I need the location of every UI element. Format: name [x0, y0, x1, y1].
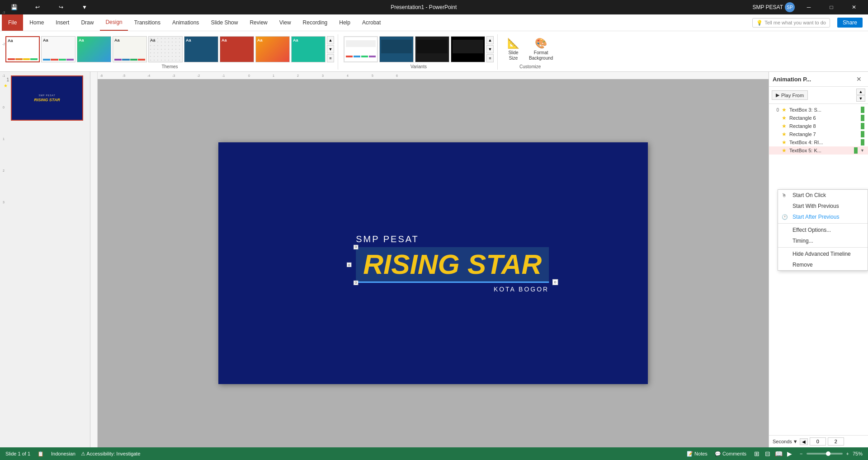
animation-panel-close[interactable]: ✕ — [854, 75, 864, 84]
theme-scroll-more[interactable]: ≡ — [327, 54, 334, 62]
tab-view[interactable]: View — [274, 14, 297, 31]
variant-scroll-more[interactable]: ≡ — [486, 54, 494, 62]
tab-design[interactable]: Design — [100, 14, 127, 31]
zoom-thumb — [826, 451, 830, 456]
anim-item-4[interactable]: ★ TextBox 4: RI... — [769, 138, 868, 146]
tab-acrobat[interactable]: Acrobat — [357, 14, 386, 31]
animation-reorder-btns: ▲ ▼ — [856, 89, 865, 102]
anim-name-3: Rectangle 7 — [789, 131, 858, 137]
rising-star-container[interactable]: 0 0 0 RISING STAR 0 — [356, 247, 549, 282]
normal-view-btn[interactable]: ⊞ — [752, 449, 762, 459]
format-bg-label: FormatBackground — [529, 50, 553, 61]
tab-draw[interactable]: Draw — [75, 14, 99, 31]
view-buttons: ⊞ ⊟ 📖 ▶ — [752, 449, 794, 459]
anim-item-0[interactable]: 0 ★ TextBox 3: S... — [769, 106, 868, 114]
thumb-smp: SMP PESAT — [38, 94, 55, 97]
undo-btn[interactable]: ↩ — [27, 0, 48, 14]
theme-3[interactable]: Aa — [77, 36, 111, 62]
close-btn[interactable]: ✕ — [844, 0, 864, 14]
variant-2[interactable] — [379, 36, 414, 62]
tab-transitions[interactable]: Transitions — [129, 14, 166, 31]
comments-btn[interactable]: 💬 Comments — [713, 450, 748, 458]
maximize-btn[interactable]: □ — [821, 0, 842, 14]
variant-4[interactable] — [451, 36, 485, 62]
handle-tl: 0 — [354, 244, 358, 249]
variant-3[interactable] — [415, 36, 449, 62]
tab-animations[interactable]: Animations — [167, 14, 204, 31]
ruler-horizontal-row: -6 -5 -4 -3 -2 -1 0 1 2 3 4 5 6 — [90, 72, 769, 79]
anim-item-1[interactable]: ★ Rectangle 6 — [769, 114, 868, 122]
slide-notes-icon[interactable]: 📋 — [36, 450, 46, 458]
seconds-dropdown-icon[interactable]: ▼ — [793, 439, 798, 444]
redo-btn[interactable]: ↪ — [51, 0, 71, 14]
variant-scroll-down[interactable]: ▼ — [486, 45, 494, 53]
zoom-in-btn[interactable]: + — [844, 450, 851, 457]
tab-insert[interactable]: Insert — [50, 14, 75, 31]
ctx-sep-2 — [778, 247, 868, 248]
variant-scroll-up[interactable]: ▲ — [486, 36, 494, 44]
share-button[interactable]: Share — [837, 18, 863, 28]
clock-icon: 🕐 — [782, 214, 788, 220]
ctx-start-on-click[interactable]: 🖱 Start On Click — [778, 190, 868, 201]
handle-br: 0 — [552, 279, 558, 285]
zoom-slider[interactable] — [807, 453, 843, 455]
theme-7[interactable]: Aa — [220, 36, 254, 62]
seconds-prev[interactable]: ◀ — [800, 438, 808, 445]
theme-6[interactable]: Aa — [184, 36, 218, 62]
play-from-button[interactable]: ▶ Play From — [772, 90, 808, 100]
animation-panel-title: Animation P... — [773, 76, 811, 83]
ctx-start-with-prev-label: Start With Previous — [793, 203, 839, 209]
tab-slideshow[interactable]: Slide Show — [205, 14, 243, 31]
slide-sorter-btn[interactable]: ⊟ — [763, 449, 773, 459]
thumb-rising: RISING STAR — [34, 98, 60, 102]
rising-star-box[interactable]: RISING STAR — [356, 247, 549, 282]
minimize-btn[interactable]: ─ — [798, 0, 819, 14]
tab-review[interactable]: Review — [244, 14, 273, 31]
zoom-controls: − + 75% — [798, 450, 863, 457]
anim-bar-4 — [861, 139, 864, 146]
statusbar: Slide 1 of 1 📋 Indonesian ⚠ Accessibilit… — [0, 447, 868, 460]
slideshow-btn[interactable]: ▶ — [784, 449, 794, 459]
theme-scroll-up[interactable]: ▲ — [327, 36, 334, 44]
svg-text:-6: -6 — [100, 74, 103, 77]
theme-9[interactable]: Aa — [291, 36, 326, 62]
slide-size-btn[interactable]: 📐 SlideSize — [503, 36, 524, 62]
ctx-remove[interactable]: Remove — [778, 259, 868, 270]
ctx-timing[interactable]: Timing... — [778, 235, 868, 246]
slide-canvas[interactable]: SMP PESAT 0 0 0 RISING STAR — [218, 142, 648, 384]
customize-btn[interactable]: ▼ — [74, 0, 95, 14]
play-from-label: Play From — [781, 93, 804, 98]
seconds-bar: Seconds ▼ ◀ — [769, 435, 868, 447]
reading-view-btn[interactable]: 📖 — [774, 449, 783, 459]
tab-help[interactable]: Help — [334, 14, 356, 31]
ctx-effect-options[interactable]: Effect Options... — [778, 225, 868, 235]
rising-star-text: RISING STAR — [363, 249, 542, 279]
anim-dropdown-5[interactable]: ▼ — [860, 148, 864, 153]
zoom-out-btn[interactable]: − — [798, 450, 804, 457]
anim-item-5[interactable]: ★ TextBox 5: K... ▼ — [769, 146, 868, 155]
notes-btn[interactable]: 📝 Notes — [685, 450, 709, 458]
ctx-start-with-prev[interactable]: Start With Previous — [778, 201, 868, 211]
anim-star-4: ★ — [782, 139, 787, 146]
tab-home[interactable]: Home — [24, 14, 49, 31]
slide-thumbnail-1[interactable]: SMP PESAT RISING STAR — [11, 75, 83, 121]
format-background-btn[interactable]: 🎨 FormatBackground — [525, 36, 557, 62]
tab-recording[interactable]: Recording — [297, 14, 333, 31]
seconds-max-input[interactable] — [828, 437, 844, 446]
seconds-input[interactable] — [810, 437, 826, 446]
variant-1[interactable] — [344, 36, 378, 62]
customize-items: 📐 SlideSize 🎨 FormatBackground — [503, 35, 557, 63]
anim-move-down[interactable]: ▼ — [856, 95, 865, 102]
tell-me-input[interactable]: 💡 Tell me what you want to do — [752, 18, 830, 28]
theme-5[interactable]: Aa — [148, 36, 183, 62]
theme-8[interactable]: Aa — [255, 36, 290, 62]
ctx-start-after-prev[interactable]: 🕐 Start After Previous — [778, 211, 868, 222]
theme-4[interactable]: Aa — [113, 36, 147, 62]
ctx-hide-timeline[interactable]: Hide Advanced Timeline — [778, 249, 868, 259]
theme-scroll-down[interactable]: ▼ — [327, 45, 334, 53]
theme-1[interactable]: Aa — [5, 36, 40, 62]
anim-move-up[interactable]: ▲ — [856, 89, 865, 95]
anim-item-2[interactable]: ★ Rectangle 8 — [769, 122, 868, 130]
theme-2[interactable]: Aa — [41, 36, 75, 62]
anim-item-3[interactable]: ★ Rectangle 7 — [769, 130, 868, 138]
